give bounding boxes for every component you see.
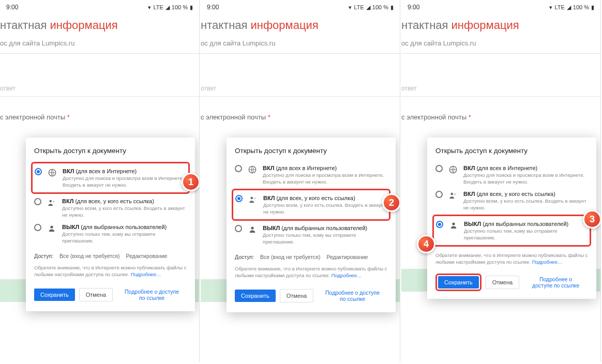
option-link[interactable]: ВКЛ (для всех, у кого есть ссылка) Досту… bbox=[235, 192, 387, 218]
access-row: Доступ: Все (вход не требуется) Редактир… bbox=[235, 254, 387, 260]
badge-4: 4 bbox=[417, 235, 435, 253]
save-highlight: Сохранить bbox=[435, 274, 481, 291]
option-link[interactable]: ВКЛ (для всех, у кого есть ссылка) Досту… bbox=[34, 195, 187, 221]
button-row: Сохранить Отмена Подробнее о доступе по … bbox=[235, 286, 387, 305]
save-button[interactable]: Сохранить bbox=[235, 290, 276, 302]
option-link[interactable]: ВКЛ (для всех, у кого есть ссылка) Досту… bbox=[435, 188, 588, 214]
option-link-title: ВКЛ (для всех, у кого есть ссылка) bbox=[62, 198, 187, 205]
radio-link[interactable] bbox=[435, 191, 443, 198]
email-label: с электронной почты * bbox=[401, 97, 600, 125]
lte-label: LTE bbox=[554, 4, 564, 10]
phone-screen-1: 9:00 ▾ LTE ◢ 100 % ▮ нтактная информация… bbox=[0, 0, 200, 362]
access-row: Доступ: Все (вход не требуется) Редактир… bbox=[34, 253, 187, 259]
access-mode[interactable]: Редактирование bbox=[126, 253, 167, 259]
radio-public[interactable] bbox=[235, 165, 242, 172]
note-link[interactable]: Подробнее… bbox=[131, 271, 161, 277]
option-link-desc: Доступно всем, у кого есть ссылка. Входи… bbox=[263, 202, 387, 215]
option-public[interactable]: ВКЛ (для всех в Интернете) Доступно для … bbox=[35, 165, 186, 191]
button-row: Сохранить Отмена Подробнее о доступе по … bbox=[34, 285, 187, 304]
form-background: нтактная информация ос для сайта Lumpics… bbox=[201, 14, 400, 125]
option-private[interactable]: ВЫКЛ (для выбранных пользователей) Досту… bbox=[34, 221, 187, 247]
battery-label: 100 % bbox=[172, 4, 188, 10]
radio-private[interactable] bbox=[235, 225, 242, 232]
battery-label: 100 % bbox=[372, 4, 388, 10]
dialog-note: Обратите внимание, что в Интернете можно… bbox=[34, 264, 187, 278]
phone-screen-2: 9:00 ▾ LTE ◢ 100 % ▮ нтактная информация… bbox=[201, 0, 400, 362]
option-public[interactable]: ВКЛ (для всех в Интернете) Доступно для … bbox=[435, 162, 588, 188]
status-icons: ▾ LTE ◢ 100 % ▮ bbox=[148, 4, 193, 11]
option-public-title: ВКЛ (для всех в Интернете) bbox=[263, 164, 387, 172]
form-subtitle: ос для сайта Lumpics.ru bbox=[201, 36, 400, 54]
status-time: 9:00 bbox=[6, 4, 148, 11]
more-link[interactable]: Подробнее о доступе по ссылке bbox=[318, 286, 387, 305]
option-public-title: ВКЛ (для всех в Интернете) bbox=[463, 164, 588, 172]
badge-3: 3 bbox=[583, 210, 601, 229]
option-private-title: ВЫКЛ (для выбранных пользователей) bbox=[464, 220, 588, 228]
status-icons: ▾ LTE ◢ 100 % ▮ bbox=[349, 4, 394, 11]
form-background: нтактная информация ос для сайта Lumpics… bbox=[0, 14, 199, 125]
access-mode[interactable]: Редактирование bbox=[326, 254, 368, 260]
person-icon bbox=[47, 223, 57, 234]
status-bar: 9:00 ▾ LTE ◢ 100 % ▮ bbox=[0, 0, 199, 14]
link-people-icon bbox=[248, 194, 258, 205]
save-button[interactable]: Сохранить bbox=[34, 289, 75, 301]
battery-label: 100 % bbox=[573, 4, 589, 10]
radio-link[interactable] bbox=[235, 195, 243, 202]
option-private-title: ВЫКЛ (для выбранных пользователей) bbox=[263, 224, 387, 232]
save-button[interactable]: Сохранить bbox=[438, 276, 479, 289]
option-public[interactable]: ВКЛ (для всех в Интернете) Доступно для … bbox=[235, 162, 387, 188]
radio-private[interactable] bbox=[436, 221, 443, 228]
dialog-title: Открыть доступ к документу bbox=[34, 147, 187, 155]
radio-public[interactable] bbox=[435, 165, 443, 172]
page-title: нтактная информация bbox=[201, 19, 400, 36]
note-link[interactable]: Подробнее… bbox=[332, 272, 362, 278]
signal-icon: ◢ bbox=[165, 4, 170, 11]
button-row: Сохранить Отмена Подробнее о доступе по … bbox=[435, 273, 588, 292]
dialog-title: Открыть доступ к документу bbox=[435, 147, 588, 155]
option-highlight-3: ВЫКЛ (для выбранных пользователей) Досту… bbox=[432, 215, 591, 247]
dialog-title: Открыть доступ к документу bbox=[235, 147, 387, 155]
svg-point-6 bbox=[254, 198, 255, 199]
access-label: Доступ: bbox=[34, 253, 53, 259]
status-bar: 9:00 ▾ LTE ◢ 100 % ▮ bbox=[201, 0, 400, 14]
svg-point-5 bbox=[251, 197, 253, 200]
answer-placeholder: ответ bbox=[201, 54, 400, 97]
radio-public[interactable] bbox=[35, 168, 42, 175]
battery-icon: ▮ bbox=[390, 4, 394, 11]
more-link[interactable]: Подробнее о доступе по ссылке bbox=[117, 285, 187, 304]
page-title: нтактная информация bbox=[401, 19, 600, 36]
cancel-button[interactable]: Отмена bbox=[79, 288, 113, 301]
share-dialog: Открыть доступ к документу ВКЛ (для всех… bbox=[427, 138, 596, 299]
link-people-icon bbox=[448, 190, 458, 201]
status-icons: ▾ LTE ◢ 100 % ▮ bbox=[549, 4, 594, 11]
person-icon bbox=[448, 220, 459, 231]
option-public-title: ВКЛ (для всех в Интернете) bbox=[63, 168, 186, 175]
svg-point-2 bbox=[53, 201, 54, 202]
note-link[interactable]: Подробнее… bbox=[532, 259, 563, 265]
share-dialog: Открыть доступ к документу ВКЛ (для всех… bbox=[227, 138, 396, 312]
cancel-button[interactable]: Отмена bbox=[280, 289, 313, 302]
form-subtitle: ос для сайта Lumpics.ru bbox=[401, 36, 600, 54]
radio-private[interactable] bbox=[34, 224, 41, 231]
svg-point-11 bbox=[452, 222, 455, 225]
option-private[interactable]: ВЫКЛ (для выбранных пользователей) Досту… bbox=[436, 218, 588, 244]
radio-link[interactable] bbox=[34, 198, 41, 205]
globe-icon bbox=[247, 164, 258, 175]
form-subtitle: ос для сайта Lumpics.ru bbox=[0, 36, 199, 54]
form-background: нтактная информация ос для сайта Lumpics… bbox=[401, 14, 600, 125]
answer-placeholder: ответ bbox=[0, 54, 199, 97]
option-private[interactable]: ВЫКЛ (для выбранных пользователей) Досту… bbox=[235, 222, 387, 248]
battery-icon: ▮ bbox=[591, 4, 594, 11]
option-link-desc: Доступно всем, у кого есть ссылка. Входи… bbox=[463, 198, 588, 211]
person-icon bbox=[247, 224, 258, 235]
access-who[interactable]: Все (вход не требуется) bbox=[59, 253, 119, 259]
option-link-title: ВКЛ (для всех, у кого есть ссылка) bbox=[263, 194, 387, 202]
globe-icon bbox=[448, 164, 458, 175]
signal-icon: ◢ bbox=[366, 4, 370, 11]
access-who[interactable]: Все (вход не требуется) bbox=[260, 254, 320, 260]
cancel-button[interactable]: Отмена bbox=[486, 276, 519, 289]
dialog-note: Обратите внимание, что в Интернете можно… bbox=[435, 252, 588, 266]
battery-icon: ▮ bbox=[190, 4, 193, 11]
more-link[interactable]: Подробнее о доступе по ссылке bbox=[523, 273, 588, 292]
option-private-desc: Доступно только тем, кому вы отправите п… bbox=[263, 232, 387, 245]
